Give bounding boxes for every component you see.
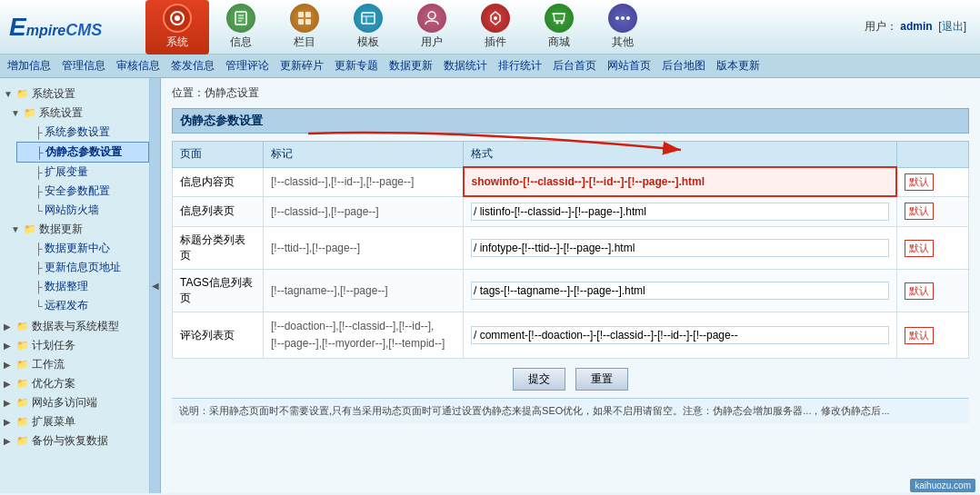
row3-default-btn[interactable]: 默认 <box>905 240 934 257</box>
toolbar-publish-info[interactable]: 签发信息 <box>171 58 215 74</box>
svg-rect-6 <box>298 12 304 17</box>
row4-format[interactable] <box>464 270 897 312</box>
nav-item-col[interactable]: 栏目 <box>273 0 336 54</box>
folder-icon-model: 📁 <box>16 321 29 332</box>
row4-default-btn[interactable]: 默认 <box>905 282 934 300</box>
sidebar-item-multisite[interactable]: ▶ 📁 网站多访问端 <box>0 393 149 412</box>
row2-default-btn[interactable]: 默认 <box>905 203 934 220</box>
toolbar-site-home[interactable]: 网站首页 <box>607 58 651 74</box>
sidebar-update-addr-label: 更新信息页地址 <box>45 260 121 275</box>
nav-tpl-label: 模板 <box>357 35 379 50</box>
sidebar-item-firewall[interactable]: └ 网站防火墙 <box>16 201 149 220</box>
sidebar-item-ext-menu[interactable]: ▶ 📁 扩展菜单 <box>0 412 149 431</box>
row1-page: 信息内容页 <box>173 167 264 196</box>
svg-rect-8 <box>298 19 304 25</box>
row1-format-input[interactable] <box>472 175 726 188</box>
svg-point-17 <box>621 16 625 20</box>
folder-icon-sub: 📁 <box>24 107 36 119</box>
toolbar-data-stats[interactable]: 数据统计 <box>444 58 487 74</box>
nav-item-plugin[interactable]: 插件 <box>464 0 527 54</box>
plugin-icon <box>481 4 510 33</box>
sidebar-item-backup[interactable]: ▶ 📁 备份与恢复数据 <box>0 431 149 450</box>
row5-default-btn[interactable]: 默认 <box>905 327 934 344</box>
toolbar-update-special[interactable]: 更新专题 <box>335 58 378 74</box>
logout-link[interactable]: 退出 <box>942 20 964 33</box>
sidebar-toggle[interactable]: ◀ <box>150 78 161 493</box>
row5-format-input[interactable] <box>471 326 889 344</box>
nav-other-label: 其他 <box>612 35 634 50</box>
table-row: 标题分类列表页 [!--ttid--],[!--page--] 默认 <box>173 227 969 270</box>
main: ▼ 📁 系统设置 ▼ 📁 系统设置 ├ 系统参数设置 ├ 伪 <box>0 78 980 493</box>
row2-format-input[interactable] <box>471 203 889 221</box>
sidebar-item-optimize[interactable]: ▶ 📁 优化方案 <box>0 374 149 393</box>
toolbar-rank-stats[interactable]: 排行统计 <box>498 58 542 74</box>
sys-icon <box>163 4 192 33</box>
nav-item-shop[interactable]: 商城 <box>527 0 591 54</box>
toolbar-version-update[interactable]: 版本更新 <box>716 58 760 74</box>
sidebar-title-system[interactable]: ▼ 📁 系统设置 <box>0 84 149 104</box>
toolbar-data-update[interactable]: 数据更新 <box>389 58 433 74</box>
sidebar-item-extend-var[interactable]: ├ 扩展变量 <box>16 163 149 182</box>
row3-format[interactable] <box>464 227 897 270</box>
toolbar-admin-map[interactable]: 后台地图 <box>662 58 705 74</box>
toolbar-update-fragment[interactable]: 更新碎片 <box>280 58 324 74</box>
folder-icon-system: 📁 <box>16 88 29 100</box>
sidebar: ▼ 📁 系统设置 ▼ 📁 系统设置 ├ 系统参数设置 ├ 伪 <box>0 78 150 493</box>
expand-icon-sub: ▼ <box>11 108 22 119</box>
sidebar-item-remote-pub[interactable]: └ 远程发布 <box>16 296 149 315</box>
sidebar-item-data-model[interactable]: ▶ 📁 数据表与系统模型 <box>0 317 149 336</box>
row2-format[interactable] <box>464 196 897 227</box>
nav-col-label: 栏目 <box>294 35 315 50</box>
logo: EmpireCMS <box>0 13 145 42</box>
sidebar-item-pseudo-static[interactable]: ├ 伪静态参数设置 <box>16 142 149 163</box>
toolbar: 增加信息 管理信息 审核信息 签发信息 管理评论 更新碎片 更新专题 数据更新 … <box>0 54 980 78</box>
sidebar-item-sys-params[interactable]: ├ 系统参数设置 <box>16 123 149 142</box>
expand-icon-data: ▼ <box>11 224 22 235</box>
sidebar-item-data-center[interactable]: ├ 数据更新中心 <box>16 239 149 258</box>
folder-icon-data: 📁 <box>24 223 36 235</box>
sidebar-schedule-label: 计划任务 <box>32 338 75 353</box>
nav-item-other[interactable]: 其他 <box>591 0 655 54</box>
sidebar-remote-pub-label: 远程发布 <box>45 298 88 313</box>
toolbar-manage-info[interactable]: 管理信息 <box>62 58 105 74</box>
sidebar-item-security[interactable]: ├ 安全参数配置 <box>16 182 149 201</box>
nav-item-user[interactable]: 用户 <box>400 0 464 54</box>
sidebar-subsys-group[interactable]: ▼ 📁 系统设置 <box>7 104 149 123</box>
nav-item-sys[interactable]: 系统 <box>145 0 209 54</box>
toolbar-review-info[interactable]: 审核信息 <box>116 58 160 74</box>
sidebar-data-update-label: 数据更新 <box>39 222 83 237</box>
svg-point-1 <box>175 15 180 21</box>
folder-icon-optimize: 📁 <box>16 378 29 390</box>
row3-mark: [!--ttid--],[!--page--] <box>264 227 464 270</box>
row5-mark: [!--doaction--],[!--classid--],[!--id--]… <box>264 312 464 359</box>
expand-icon-schedule: ▶ <box>4 341 15 351</box>
other-icon <box>608 4 637 33</box>
row4-page: TAGS信息列表页 <box>173 270 264 312</box>
sidebar-data-update-group[interactable]: ▼ 📁 数据更新 <box>7 220 149 239</box>
nav-item-info[interactable]: 信息 <box>209 0 273 54</box>
nav-item-tpl[interactable]: 模板 <box>336 0 400 54</box>
sidebar-item-schedule[interactable]: ▶ 📁 计划任务 <box>0 336 149 355</box>
sidebar-item-workflow[interactable]: ▶ 📁 工作流 <box>0 355 149 374</box>
sidebar-item-data-manage[interactable]: ├ 数据整理 <box>16 277 149 296</box>
row1-default-btn[interactable]: 默认 <box>905 173 934 191</box>
row5-format[interactable] <box>464 312 897 359</box>
svg-point-14 <box>494 16 497 20</box>
row1-format[interactable] <box>464 167 897 196</box>
row4-format-input[interactable] <box>471 282 889 300</box>
sidebar-item-update-addr[interactable]: ├ 更新信息页地址 <box>16 258 149 277</box>
sidebar-data-center-label: 数据更新中心 <box>45 241 110 256</box>
toolbar-add-info[interactable]: 增加信息 <box>7 58 51 74</box>
sidebar-pseudo-label: 伪静态参数设置 <box>45 144 122 160</box>
sidebar-data-model-label: 数据表与系统模型 <box>32 319 119 334</box>
sidebar-section-system: ▼ 📁 系统设置 ▼ 📁 系统设置 ├ 系统参数设置 ├ 伪 <box>0 84 149 315</box>
info-icon <box>226 4 255 33</box>
row3-format-input[interactable] <box>471 239 889 257</box>
reset-button[interactable]: 重置 <box>575 368 628 391</box>
toolbar-manage-comment[interactable]: 管理评论 <box>225 58 269 74</box>
user-icon <box>417 4 446 33</box>
submit-button[interactable]: 提交 <box>513 368 565 391</box>
toolbar-admin-home[interactable]: 后台首页 <box>553 58 596 74</box>
col-icon <box>290 4 319 33</box>
nav-icons: 系统 信息 栏目 模板 用户 <box>145 0 865 54</box>
